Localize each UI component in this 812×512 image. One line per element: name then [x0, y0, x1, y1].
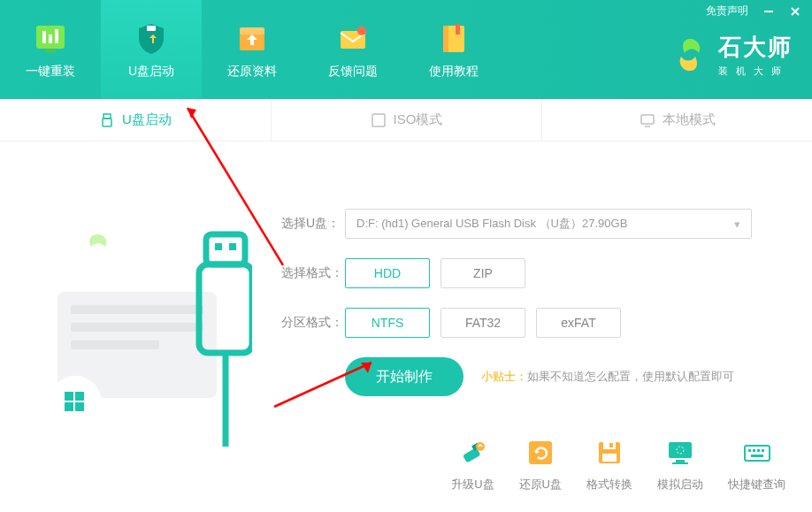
nav-usb-boot[interactable]: U盘启动: [101, 0, 202, 99]
format-opt-hdd[interactable]: HDD: [345, 258, 430, 288]
nav-label: 使用教程: [429, 64, 479, 80]
monitor-icon: [640, 112, 655, 128]
select-disk-label: 选择U盘：: [281, 216, 345, 232]
tool-label: 升级U盘: [451, 477, 494, 493]
svg-rect-14: [443, 26, 448, 52]
svg-rect-29: [75, 402, 84, 411]
tool-label: 模拟启动: [657, 477, 703, 493]
svg-rect-15: [456, 24, 460, 34]
svg-rect-23: [71, 323, 203, 332]
svg-rect-33: [199, 264, 252, 353]
svg-rect-4: [42, 31, 46, 43]
svg-rect-8: [147, 26, 156, 31]
tip-label: 小贴士：: [481, 370, 527, 383]
tip-text: 如果不知道怎么配置，使用默认配置即可: [527, 370, 734, 383]
svg-rect-42: [609, 443, 613, 447]
subtab-iso[interactable]: ISO模式: [271, 99, 541, 141]
tool-format-convert[interactable]: 格式转换: [586, 436, 632, 493]
svg-rect-7: [45, 50, 56, 52]
disk-select[interactable]: D:F: (hd1) General USB Flash Disk （U盘）27…: [345, 209, 752, 239]
brand-logo-icon: [670, 35, 709, 74]
tool-label: 格式转换: [586, 477, 632, 493]
usb-upgrade-icon: [456, 436, 489, 470]
subtabs: U盘启动 ISO模式 本地模式: [0, 99, 812, 141]
svg-rect-24: [71, 340, 159, 349]
nav-label: U盘启动: [128, 64, 174, 80]
subtab-label: 本地模式: [663, 111, 716, 128]
svg-rect-6: [55, 29, 58, 43]
book-icon: [435, 19, 472, 57]
floppy-icon: [593, 436, 626, 470]
nav-feedback[interactable]: 反馈问题: [303, 0, 403, 99]
start-button[interactable]: 开始制作: [345, 357, 463, 396]
nav-label: 一键重装: [26, 64, 75, 80]
row-format: 选择格式： HDD ZIP: [281, 258, 777, 288]
topbar: 免责声明: [706, 4, 801, 19]
main-nav: 一键重装 U盘启动 还原资料 反馈问题 使用教程: [0, 0, 504, 99]
svg-rect-47: [745, 446, 770, 461]
tip: 小贴士：如果不知道怎么配置，使用默认配置即可: [481, 369, 734, 385]
svg-rect-46: [672, 462, 688, 464]
svg-rect-26: [65, 392, 73, 401]
svg-point-37: [476, 442, 485, 451]
tool-simulation[interactable]: 模拟启动: [657, 436, 703, 493]
subtab-usb[interactable]: U盘启动: [0, 99, 271, 141]
svg-rect-45: [676, 460, 685, 462]
partition-opt-fat32[interactable]: FAT32: [440, 308, 525, 338]
iso-icon: [371, 112, 387, 128]
minimize-button[interactable]: [762, 5, 775, 18]
partition-label: 分区格式：: [281, 315, 345, 331]
svg-point-12: [357, 27, 366, 35]
restore-icon: [524, 436, 557, 470]
row-select-disk: 选择U盘： D:F: (hd1) General USB Flash Disk …: [281, 209, 777, 239]
svg-rect-19: [641, 115, 654, 124]
svg-rect-22: [71, 305, 203, 314]
svg-rect-21: [57, 292, 217, 398]
form: 选择U盘： D:F: (hd1) General USB Flash Disk …: [281, 209, 777, 416]
tool-label: 还原U盘: [519, 477, 562, 493]
nav-label: 反馈问题: [328, 64, 378, 80]
svg-rect-41: [602, 454, 617, 462]
brand-subtitle: 装机大师: [718, 65, 793, 78]
shield-usb-icon: [133, 19, 170, 57]
tool-shortcut-query[interactable]: 快捷键查询: [728, 436, 785, 493]
svg-rect-51: [762, 449, 764, 452]
footer-tools: 升级U盘 还原U盘 格式转换 模拟启动 快捷键查询: [451, 436, 785, 493]
svg-rect-28: [65, 402, 73, 411]
svg-rect-18: [372, 114, 385, 126]
tool-upgrade-usb[interactable]: 升级U盘: [451, 436, 494, 493]
svg-rect-49: [753, 449, 755, 452]
row-action: 开始制作 小贴士：如果不知道怎么配置，使用默认配置即可: [281, 357, 777, 396]
partition-opt-ntfs[interactable]: NTFS: [345, 308, 430, 338]
nav-label: 还原资料: [227, 64, 277, 80]
svg-rect-30: [206, 234, 245, 264]
monitor-sim-icon: [663, 436, 697, 470]
format-opt-zip[interactable]: ZIP: [440, 258, 525, 288]
body: 选择U盘： D:F: (hd1) General USB Flash Disk …: [0, 141, 812, 512]
svg-rect-48: [748, 449, 751, 452]
nav-reinstall[interactable]: 一键重装: [0, 0, 101, 99]
usb-illustration: [40, 199, 252, 447]
chevron-down-icon: ▾: [734, 218, 740, 231]
usb-small-icon: [99, 112, 115, 128]
mail-icon: [334, 19, 372, 57]
subtab-local[interactable]: 本地模式: [541, 99, 812, 141]
upload-box-icon: [234, 19, 271, 57]
svg-rect-17: [103, 118, 111, 126]
svg-rect-31: [215, 243, 222, 250]
row-partition: 分区格式： NTFS FAT32 exFAT: [281, 308, 777, 338]
partition-opt-exfat[interactable]: exFAT: [536, 308, 621, 338]
brand: 石大师 装机大师: [670, 32, 793, 78]
svg-rect-38: [529, 441, 552, 464]
header: 免责声明 一键重装 U盘启动 还原资料: [0, 0, 812, 99]
svg-rect-32: [229, 243, 236, 250]
svg-rect-43: [669, 442, 692, 458]
tool-restore-usb[interactable]: 还原U盘: [519, 436, 562, 493]
svg-point-25: [49, 376, 102, 429]
nav-tutorial[interactable]: 使用教程: [403, 0, 504, 99]
close-button[interactable]: [789, 5, 801, 18]
tool-label: 快捷键查询: [728, 477, 785, 493]
keyboard-icon: [740, 436, 774, 470]
nav-restore[interactable]: 还原资料: [202, 0, 303, 99]
disclaimer-link[interactable]: 免责声明: [706, 4, 748, 19]
